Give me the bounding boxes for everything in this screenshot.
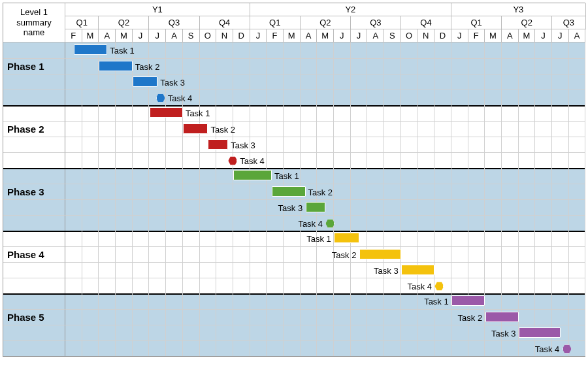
phase-label: Phase 5 (3, 309, 65, 325)
task-row: Task 3 (3, 262, 585, 278)
year-header: Y2 (250, 3, 451, 16)
task-bar[interactable] (183, 124, 208, 134)
phase-label (3, 137, 65, 152)
quarter-header: Q1 (451, 16, 502, 29)
month-header: A (502, 29, 519, 42)
month-header: M (116, 29, 133, 42)
task-label: Task 3 (160, 76, 185, 88)
phase-label (3, 42, 65, 58)
phase-label (3, 231, 65, 246)
quarter-header: Q4 (200, 16, 250, 29)
task-bar[interactable] (272, 186, 305, 197)
month-header: J (133, 29, 150, 42)
quarter-header: Q1 (250, 16, 301, 29)
month-header: O (200, 29, 217, 42)
year-header: Y1 (65, 3, 250, 16)
month-header: M (519, 29, 536, 42)
quarter-header: Q3 (149, 16, 199, 29)
task-bar[interactable] (208, 139, 228, 150)
task-bar[interactable] (401, 265, 434, 275)
task-label: Task 2 (135, 61, 160, 73)
phase-label (3, 340, 65, 356)
month-header: F (468, 29, 485, 42)
task-row: Phase 5Task 2 (3, 309, 585, 325)
month-header: A (99, 29, 116, 42)
task-label: Task 2 (458, 312, 483, 323)
phase-label: Phase 1 (3, 58, 65, 74)
task-bar[interactable] (334, 233, 359, 243)
task-label: Task 4 (240, 155, 265, 167)
phase-label (3, 74, 65, 90)
month-header: N (417, 29, 434, 42)
phase-label: Phase 3 (3, 184, 65, 199)
month-header: M (317, 29, 334, 42)
task-bar[interactable] (233, 170, 272, 180)
task-bar[interactable] (519, 327, 561, 338)
phase-label (3, 105, 65, 121)
phase-label (3, 278, 65, 293)
month-header: F (267, 29, 284, 42)
task-label: Task 2 (210, 124, 235, 135)
row-header-label: Level 1summaryname (3, 3, 65, 42)
task-bar[interactable] (451, 295, 485, 306)
month-header: D (434, 29, 451, 42)
month-header: A (166, 29, 183, 42)
quarter-header: Q4 (401, 16, 451, 29)
task-row: Task 4 (3, 152, 585, 168)
quarter-header: Q1 (65, 16, 99, 29)
task-row: Phase 3Task 2 (3, 184, 585, 199)
task-bar[interactable] (359, 249, 401, 259)
year-header: Y3 (451, 3, 586, 16)
quarter-header: Q2 (99, 16, 149, 29)
month-header: M (485, 29, 502, 42)
task-bar[interactable] (74, 44, 107, 55)
task-label: Task 3 (278, 202, 303, 214)
quarter-header: Q3 (351, 16, 401, 29)
phase-label (3, 168, 65, 184)
task-row: Task 1 (3, 293, 585, 309)
task-bar[interactable] (99, 61, 132, 71)
phase-label (3, 325, 65, 340)
task-label: Task 4 (298, 218, 323, 229)
task-bar[interactable] (306, 202, 326, 212)
phase-label: Phase 2 (3, 121, 65, 137)
task-label: Task 4 (535, 343, 560, 355)
month-header: A (301, 29, 318, 42)
task-bar[interactable] (150, 107, 183, 118)
month-header: J (334, 29, 351, 42)
task-label: Task 1 (424, 295, 449, 307)
task-bar[interactable] (133, 76, 158, 87)
phase-label (3, 215, 65, 231)
month-header: M (284, 29, 301, 42)
month-header: J (351, 29, 368, 42)
task-row: Task 3 (3, 137, 585, 152)
task-bar[interactable] (485, 312, 519, 322)
phase-label: Phase 4 (3, 246, 65, 262)
task-label: Task 2 (308, 186, 333, 198)
timeline-header: Level 1summarynameY1Y2Y3Q1Q2Q3Q4Q1Q2Q3Q4… (3, 3, 585, 42)
task-label: Task 1 (110, 44, 135, 56)
month-header: J (250, 29, 267, 42)
task-row: Task 4 (3, 278, 585, 293)
task-label: Task 4 (168, 92, 193, 104)
month-header: O (401, 29, 418, 42)
month-header: F (65, 29, 82, 42)
month-header: J (535, 29, 552, 42)
task-label: Task 3 (491, 327, 516, 339)
phase-block: Task 1Phase 1Task 2Task 3Task 4 (3, 42, 585, 105)
month-header: J (552, 29, 569, 42)
quarter-header: Q2 (301, 16, 351, 29)
task-row: Task 3 (3, 325, 585, 340)
task-row: Task 3 (3, 199, 585, 215)
task-label: Task 3 (374, 265, 399, 276)
phase-label (3, 152, 65, 168)
phase-block: Task 1Phase 3Task 2Task 3Task 4 (3, 168, 585, 231)
task-row: Task 1 (3, 168, 585, 184)
phase-label (3, 90, 65, 105)
task-row: Phase 4Task 2 (3, 246, 585, 262)
quarter-header: Q3 (552, 16, 585, 29)
phase-block: Task 1Phase 5Task 2Task 3Task 4 (3, 293, 585, 356)
month-header: A (367, 29, 384, 42)
task-label: Task 1 (186, 107, 210, 119)
task-label: Task 3 (231, 139, 255, 151)
